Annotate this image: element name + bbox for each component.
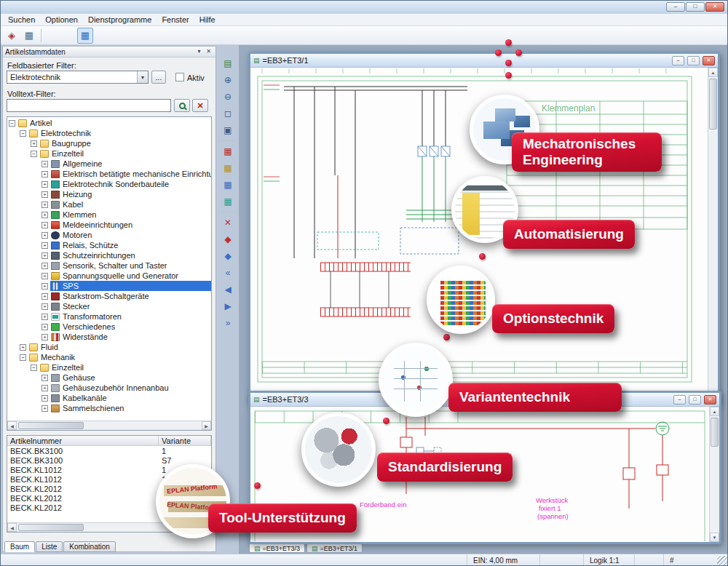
list-row[interactable]: BECK.BK3100S7	[7, 455, 211, 465]
scrollbar-thumb[interactable]	[18, 524, 84, 531]
window-minimize-button[interactable]: –	[673, 395, 686, 404]
tree-item[interactable]: −Elektrotechnik	[7, 128, 211, 138]
app-titlebar[interactable]: – □ ✕	[1, 1, 727, 14]
expander-icon[interactable]: −	[9, 120, 15, 127]
menu-item-optionen[interactable]: Optionen	[41, 15, 82, 25]
article-master-data-icon[interactable]: ▦	[77, 28, 93, 44]
panel-header[interactable]: Artikelstammdaten ▾ ✕	[3, 47, 215, 57]
tab-liste[interactable]: Liste	[36, 541, 63, 552]
window-titlebar[interactable]: ▤ =EB3+ET3/1 – □ ✕	[250, 54, 718, 68]
tab-kombination[interactable]: Kombination	[63, 541, 116, 552]
tree-item[interactable]: +Transformatoren	[7, 311, 211, 322]
mdi-tab[interactable]: ▤=EB3+ET3/1	[306, 543, 363, 553]
scroll-up-icon[interactable]: ▲	[708, 68, 718, 77]
tree-item[interactable]: +Kabel	[7, 199, 211, 210]
tree-item[interactable]: +Motoren	[7, 230, 211, 240]
zoom-in-icon[interactable]: ⊕	[220, 72, 236, 88]
expander-icon[interactable]: +	[41, 283, 48, 290]
tree-item[interactable]: +Sammelschienen	[7, 403, 211, 413]
menu-item-fenster[interactable]: Fenster	[157, 15, 193, 25]
expander-icon[interactable]: +	[41, 161, 48, 167]
list-row[interactable]: BECK.KL20121	[7, 493, 211, 503]
column-header-artikelnummer[interactable]: Artikelnummer	[7, 436, 159, 445]
list-row[interactable]: BECK.KL2012	[7, 503, 211, 512]
grid-red-icon[interactable]: ▦	[220, 143, 236, 159]
expander-icon[interactable]: +	[41, 191, 48, 198]
menu-item-dienstprogramme[interactable]: Dienstprogramme	[84, 15, 156, 25]
expander-icon[interactable]: +	[41, 375, 48, 381]
resize-grip[interactable]	[717, 556, 727, 566]
expander-icon[interactable]: −	[31, 364, 37, 371]
expander-icon[interactable]: +	[41, 405, 48, 412]
window-maximize-button[interactable]: □	[689, 395, 701, 404]
list-row[interactable]: BECK.KL10121	[7, 465, 211, 474]
grid-yellow-icon[interactable]: ▦	[220, 160, 236, 176]
zoom-window-icon[interactable]: ◻	[220, 105, 236, 121]
fulltext-input[interactable]	[7, 99, 171, 112]
tree-item[interactable]: +Widerstände	[7, 332, 211, 342]
expander-icon[interactable]: +	[41, 303, 48, 310]
tree-item[interactable]: +Klemmen	[7, 210, 211, 220]
tree-hscrollbar[interactable]: ◀ ▶	[7, 420, 211, 430]
expander-icon[interactable]: +	[41, 202, 48, 208]
scroll-track[interactable]	[710, 416, 719, 533]
scrollbar-thumb[interactable]	[711, 418, 719, 447]
tree-item[interactable]: +Elektrotechnik Sonderbauteile	[7, 179, 211, 189]
scrollbar-thumb[interactable]	[709, 79, 717, 129]
clear-filter-button[interactable]: ✕	[192, 99, 208, 112]
tree-item[interactable]: +Gehäuse	[7, 372, 211, 383]
tree-item[interactable]: +Fluid	[7, 342, 211, 352]
tree-item[interactable]: +Baugruppe	[7, 138, 211, 148]
expander-icon[interactable]: +	[41, 395, 48, 402]
aktiv-checkbox[interactable]	[175, 73, 184, 81]
tree-item[interactable]: +Allgemeine	[7, 159, 211, 169]
window-titlebar[interactable]: ▤ =EB3+ET3/3 – □ ✕	[250, 393, 719, 407]
tree-item[interactable]: +Starkstrom-Schaltgeräte	[7, 291, 211, 301]
expander-icon[interactable]: −	[31, 151, 37, 157]
browse-button[interactable]: ...	[151, 71, 166, 84]
tree-item[interactable]: +Relais, Schütze	[7, 240, 211, 250]
close-button[interactable]: ✕	[705, 2, 724, 12]
scroll-left-icon[interactable]: ◀	[7, 523, 17, 532]
expander-icon[interactable]: +	[41, 293, 48, 300]
expander-icon[interactable]: +	[41, 263, 48, 269]
scroll-track[interactable]	[708, 77, 718, 393]
schematic-canvas[interactable]: Klemmenplan	[250, 68, 718, 402]
chevron-down-icon[interactable]: ▼	[137, 71, 148, 83]
menu-item-hilfe[interactable]: Hilfe	[195, 15, 220, 25]
graphic-preview-icon[interactable]: ▤	[220, 55, 236, 71]
tree-item[interactable]: −Artikel	[7, 118, 211, 128]
expander-icon[interactable]: +	[41, 181, 48, 188]
scroll-track[interactable]	[17, 523, 202, 532]
symbol-blue-icon[interactable]: ◆	[220, 248, 236, 264]
previous-page-icon[interactable]: ◀	[220, 282, 236, 298]
expander-icon[interactable]: +	[41, 252, 48, 259]
table-icon[interactable]: ▦	[21, 28, 37, 44]
grid-blue-icon[interactable]: ▦	[220, 177, 236, 193]
tab-baum[interactable]: Baum	[4, 541, 35, 552]
panel-close-icon[interactable]: ✕	[204, 47, 213, 56]
vertical-scrollbar[interactable]: ▲ ▼	[709, 407, 719, 542]
scroll-left-icon[interactable]: ◀	[7, 421, 17, 430]
window-maximize-button[interactable]: □	[687, 56, 700, 65]
expander-icon[interactable]: +	[20, 344, 26, 351]
zoom-out-icon[interactable]: ⊖	[220, 89, 236, 105]
expander-icon[interactable]: −	[20, 354, 26, 361]
tree-item[interactable]: +Verschiedenes	[7, 322, 211, 332]
tree-item[interactable]: +Spannungsquelle und Generator	[7, 271, 211, 281]
tree-item[interactable]: +SPS	[7, 281, 211, 291]
expander-icon[interactable]: +	[31, 140, 37, 147]
list-row[interactable]: BECK.KL20121	[7, 484, 211, 493]
tree-item[interactable]: +Elektrisch betätigte mechanische Einric…	[7, 169, 211, 179]
scrollbar-thumb[interactable]	[18, 422, 84, 429]
panel-menu-icon[interactable]: ▾	[194, 47, 204, 56]
scroll-track[interactable]	[17, 421, 202, 430]
expander-icon[interactable]: +	[41, 232, 48, 239]
field-filter-combo[interactable]: Elektrotechnik ▼	[7, 71, 149, 84]
tree-item[interactable]: +Stecker	[7, 301, 211, 311]
list-hscrollbar[interactable]: ◀ ▶	[7, 522, 211, 532]
expander-icon[interactable]: +	[41, 212, 48, 218]
expander-icon[interactable]: +	[41, 273, 48, 279]
last-page-icon[interactable]: »	[220, 315, 236, 331]
vertical-scrollbar[interactable]: ▲ ▼	[708, 68, 718, 402]
